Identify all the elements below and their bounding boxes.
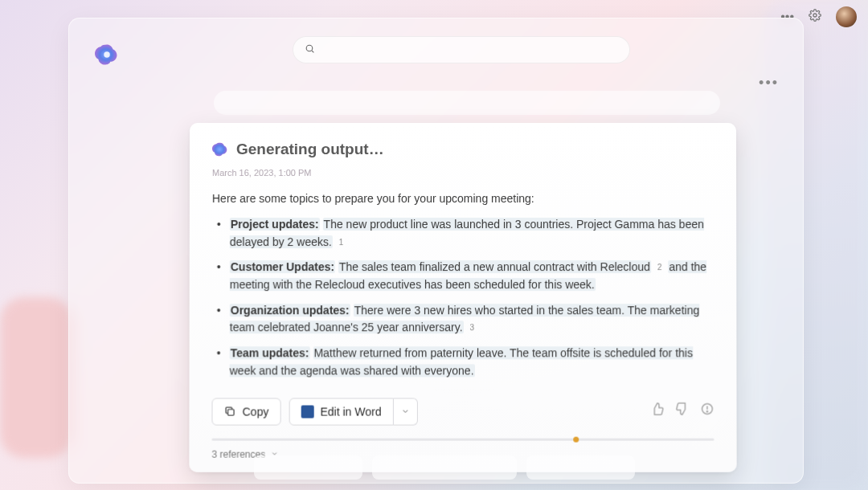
copilot-logo-icon — [95, 43, 119, 67]
reference-chip[interactable]: 2 — [654, 261, 665, 274]
edit-in-word-button[interactable]: Edit in Word — [289, 398, 393, 425]
topic-key: Team updates: — [230, 346, 310, 359]
user-avatar[interactable] — [836, 6, 857, 27]
list-item: Project updates: The new product line wa… — [220, 216, 714, 251]
svg-point-1 — [104, 51, 110, 58]
report-icon[interactable] — [700, 402, 714, 419]
card-header: Generating output… — [212, 141, 714, 158]
search-input[interactable] — [321, 44, 618, 56]
svg-line-3 — [312, 51, 313, 52]
suggestion-chip-row — [254, 455, 635, 480]
copilot-mini-logo-icon — [212, 141, 228, 157]
window-more-icon[interactable]: ••• — [759, 75, 779, 92]
topic-list: Project updates: The new product line wa… — [212, 216, 714, 380]
context-pill[interactable] — [214, 91, 720, 115]
copy-button[interactable]: Copy — [211, 398, 280, 425]
card-timestamp: March 16, 2023, 1:00 PM — [212, 168, 714, 178]
topic-key: Project updates: — [230, 218, 320, 231]
thumbs-down-icon[interactable] — [675, 402, 689, 419]
thumbs-up-icon[interactable] — [650, 402, 664, 419]
suggestion-chip[interactable] — [372, 455, 517, 480]
app-window: ••• Generating output… March 16, 2023, 1… — [68, 18, 804, 484]
topic-key: Organization updates: — [230, 304, 350, 316]
search-bar[interactable] — [293, 36, 630, 63]
svg-point-0 — [813, 14, 817, 17]
edit-in-word-split-button: Edit in Word — [289, 398, 417, 425]
card-actions: Copy Edit in Word — [211, 398, 714, 425]
progress-indicator-icon — [573, 436, 579, 442]
suggestion-chip[interactable] — [526, 455, 635, 480]
background-accent-pink — [0, 297, 72, 458]
svg-point-2 — [306, 45, 313, 51]
topic-text: The sales team finalized a new annual co… — [338, 260, 651, 273]
copy-button-label: Copy — [243, 405, 269, 418]
chevron-down-icon — [401, 404, 410, 419]
generation-progress — [211, 438, 714, 440]
edit-in-word-caret[interactable] — [394, 398, 418, 425]
edit-in-word-label: Edit in Word — [320, 405, 381, 418]
list-item: Team updates: Matthew returned from pate… — [220, 345, 714, 379]
svg-rect-7 — [228, 410, 235, 416]
svg-point-6 — [706, 410, 707, 411]
copy-icon — [224, 406, 236, 418]
settings-icon[interactable] — [809, 9, 821, 25]
topic-key: Customer Updates: — [230, 260, 335, 273]
list-item: Organization updates: There were 3 new h… — [220, 302, 714, 337]
word-app-icon — [301, 405, 313, 418]
card-title: Generating output… — [236, 141, 384, 158]
search-icon — [305, 43, 315, 56]
feedback-row — [650, 402, 714, 419]
reference-chip[interactable]: 1 — [336, 236, 347, 249]
list-item: Customer Updates: The sales team finaliz… — [220, 259, 714, 293]
output-card: Generating output… March 16, 2023, 1:00 … — [189, 123, 736, 472]
suggestion-chip[interactable] — [254, 455, 362, 480]
reference-chip[interactable]: 3 — [466, 322, 477, 335]
card-intro: Here are some topics to prepare you for … — [212, 192, 714, 205]
